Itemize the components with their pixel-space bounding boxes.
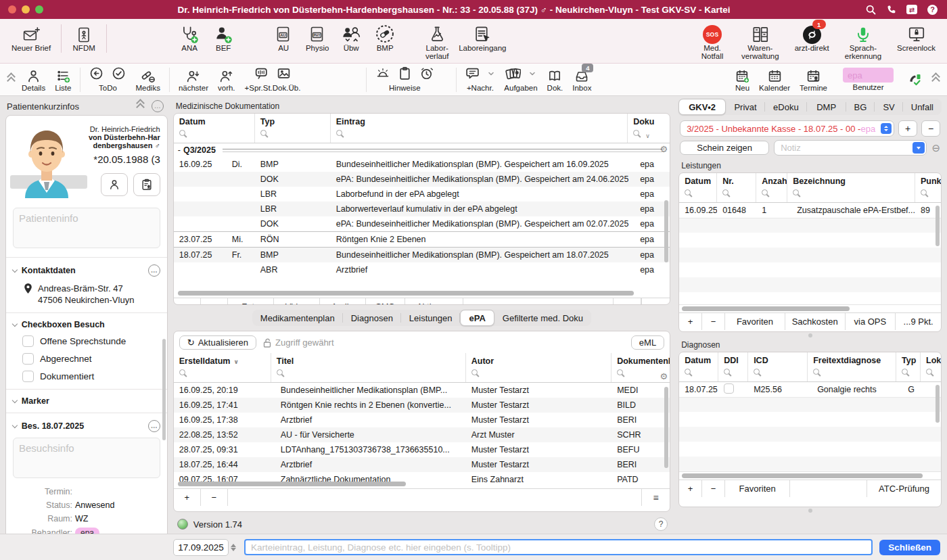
- column-ddi[interactable]: DDI: [718, 352, 748, 381]
- patient-photo[interactable]: [13, 122, 83, 202]
- search-icon[interactable]: [277, 369, 285, 377]
- toolbar-inbox[interactable]: 4 Inbox: [572, 67, 591, 92]
- table-row[interactable]: 16.09.25 01648 1 Zusatzpauschale ePA-Ers…: [679, 203, 941, 218]
- tab-unfall[interactable]: Unfall: [903, 99, 942, 115]
- section-marker[interactable]: Marker: [13, 396, 160, 406]
- column-icd[interactable]: ICD: [748, 352, 808, 381]
- column-datum[interactable]: Datum ∨: [679, 173, 717, 202]
- smiley-button[interactable]: ☺: [613, 298, 641, 305]
- search-icon[interactable]: [179, 129, 188, 138]
- tab-gkv[interactable]: GKV•2: [678, 99, 726, 115]
- table-row[interactable]: 22.08.25, 13:52AU - für VersicherteArzt …: [174, 427, 670, 442]
- checkbox-offene-sprechstunde[interactable]: Offene Sprechstunde: [22, 335, 160, 347]
- checkbox[interactable]: [22, 335, 34, 347]
- column-autor[interactable]: Autor: [466, 353, 611, 382]
- tab-privat[interactable]: Privat: [726, 99, 765, 115]
- toolbar-vorheriger[interactable]: vorh.: [218, 67, 235, 92]
- tab-epa[interactable]: ePA: [460, 310, 494, 326]
- toolbar-spracherkennung[interactable]: Sprach-erkennung: [845, 22, 881, 60]
- column-nr[interactable]: Nr.: [717, 173, 756, 202]
- toolbar-dok[interactable]: Dok.: [547, 67, 563, 92]
- tab-gefilterte-doku[interactable]: Gefilterte med. Doku: [494, 310, 591, 326]
- vertical-scrollbar[interactable]: [936, 385, 940, 423]
- search-icon[interactable]: [633, 129, 642, 138]
- benutzer-field[interactable]: epa: [843, 68, 894, 83]
- sms-button[interactable]: SMS: [366, 298, 405, 305]
- remote-support-icon[interactable]: ⇄: [906, 5, 917, 14]
- remove-leistung-button[interactable]: −: [702, 313, 725, 330]
- toolbar-nfdm[interactable]: NFDM: [72, 22, 96, 52]
- toolbar-termin-neu[interactable]: Neu: [735, 67, 749, 92]
- toolbar-mediks[interactable]: Mediks: [135, 67, 160, 92]
- toolbar-liste[interactable]: Liste: [55, 67, 71, 92]
- column-erstelldatum[interactable]: Erstelldatum∨: [174, 353, 271, 382]
- checkbox-dokumentiert[interactable]: Dokumentiert: [22, 371, 160, 382]
- date-stepper[interactable]: [231, 544, 236, 551]
- search-icon[interactable]: [336, 129, 345, 138]
- collapse-section-icon[interactable]: ⊖: [931, 143, 940, 153]
- toolbar-laborverlauf[interactable]: Labor-verlauf: [425, 22, 449, 60]
- horizontal-scrollbar[interactable]: [178, 291, 634, 296]
- search-icon[interactable]: [813, 368, 822, 377]
- search-icon[interactable]: [926, 368, 935, 377]
- toolbar-physio[interactable]: PHY Physio: [305, 22, 329, 52]
- toolbar-uebw[interactable]: Übw: [339, 22, 363, 52]
- toolbar-kalender[interactable]: Kalender: [759, 67, 790, 92]
- table-row[interactable]: 18.07.25 M25.56 Gonalgie rechts G: [679, 382, 941, 398]
- sachkosten-button[interactable]: Sachkosten: [785, 313, 846, 330]
- resize-handle[interactable]: [808, 333, 812, 337]
- remove-schein-button[interactable]: −: [921, 120, 940, 137]
- phone-icon[interactable]: [886, 5, 896, 15]
- via-ops-button[interactable]: via OPS: [846, 313, 896, 330]
- table-row[interactable]: 18.07.25Fr.BMPBundeseinheitlicher Medika…: [174, 247, 670, 262]
- search-icon[interactable]: [762, 189, 770, 197]
- remove-document-button[interactable]: −: [201, 489, 228, 506]
- help-button[interactable]: ?: [654, 517, 668, 531]
- tab-diagnosen[interactable]: Diagnosen: [343, 310, 401, 326]
- table-row[interactable]: LBRLaborbefund in der ePA abgelegtepa: [174, 187, 670, 202]
- table-row[interactable]: 28.07.25, 09:31LDTAnhang_1751303736738_1…: [174, 442, 670, 457]
- toolbar-details[interactable]: Details: [22, 67, 45, 92]
- table-row[interactable]: DOKePA: Bundeseinheitlicher Medikationsp…: [174, 216, 670, 231]
- patienteninfo-field[interactable]: [13, 208, 160, 248]
- column-typ[interactable]: Typ: [255, 114, 331, 143]
- toolbar-screenlock[interactable]: Screenlock: [897, 22, 936, 60]
- eml-button[interactable]: eML: [631, 335, 664, 350]
- column-bezeichnung[interactable]: Bezeichnung: [787, 173, 915, 202]
- notiz-dropdown-icon[interactable]: [913, 142, 925, 154]
- zoom-window-button[interactable]: [35, 5, 43, 14]
- toolbar-aufgaben[interactable]: Aufgaben: [504, 67, 537, 92]
- collapse-toolbar-icon[interactable]: [8, 76, 14, 84]
- table-row[interactable]: 16.09.25, 17:38ArztbriefMuster TestarztB…: [174, 413, 670, 427]
- besuchsinfo-field[interactable]: [13, 438, 160, 478]
- add-leistung-button[interactable]: +: [679, 313, 702, 330]
- toolbar-sprechstunden-doku[interactable]: +Spr.St.Dok.Üb.: [245, 67, 301, 92]
- column-datum[interactable]: Datum: [174, 114, 255, 143]
- toolbar-au[interactable]: AU AU: [271, 22, 296, 52]
- horizontal-scrollbar[interactable]: [178, 482, 406, 486]
- column-datum[interactable]: Datum: [679, 352, 718, 381]
- toolbar-arzt-direkt[interactable]: 1 arzt-direkt: [795, 22, 829, 60]
- search-icon[interactable]: [754, 368, 762, 377]
- list-view-button[interactable]: ≡: [641, 489, 670, 506]
- list-view-button[interactable]: ≡: [641, 298, 670, 305]
- add-entry-button[interactable]: +: [174, 298, 201, 305]
- toolbar-nachricht[interactable]: +Nachr.: [465, 67, 494, 92]
- column-titel[interactable]: Titel: [271, 353, 466, 382]
- search-icon[interactable]: [260, 129, 269, 138]
- column-doku[interactable]: Doku∨: [628, 114, 670, 143]
- gear-icon[interactable]: ⚙: [660, 145, 668, 154]
- audio-button[interactable]: Audio: [320, 298, 366, 305]
- tab-sv[interactable]: SV: [875, 99, 902, 115]
- search-icon[interactable]: [793, 189, 802, 197]
- search-icon[interactable]: [921, 189, 929, 197]
- help-icon[interactable]: ?: [927, 5, 938, 15]
- table-row[interactable]: ABRArztbriefepa: [174, 262, 670, 277]
- tab-leistungen[interactable]: Leistungen: [401, 310, 461, 326]
- schliessen-button[interactable]: Schließen: [879, 540, 940, 555]
- video-button[interactable]: Video: [274, 298, 320, 305]
- column-punkte[interactable]: Punkte: [915, 173, 941, 202]
- aktualisieren-button[interactable]: ↻ Aktualisieren: [179, 335, 256, 350]
- section-besuch[interactable]: Bes. 18.07.2025 …: [13, 420, 160, 432]
- patient-details-button[interactable]: [101, 173, 128, 196]
